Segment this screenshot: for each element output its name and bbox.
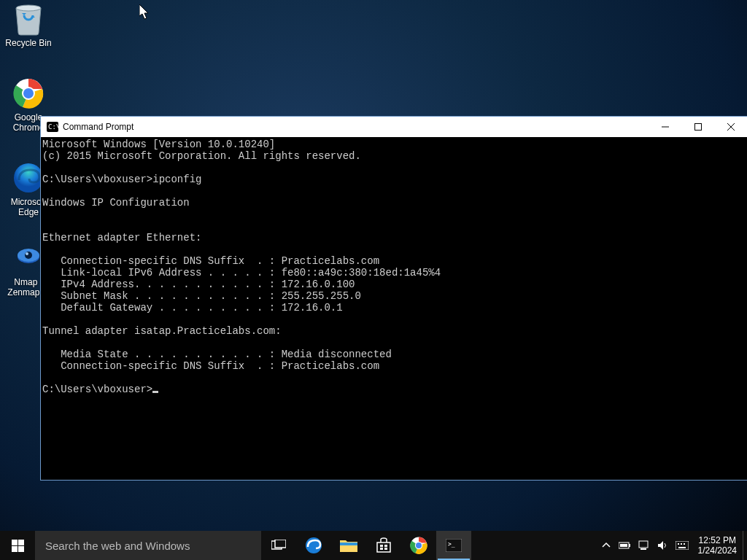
svg-point-8 <box>26 252 28 255</box>
svg-rect-18 <box>275 540 286 548</box>
svg-rect-33 <box>639 541 648 548</box>
cmd-icon: C:\ <box>47 122 58 132</box>
taskbar-spacer <box>471 531 596 560</box>
taskbar-search[interactable]: Search the web and Windows <box>35 531 261 560</box>
desktop-icon-label: Recycle Bin <box>0 38 57 48</box>
svg-rect-16 <box>18 546 24 552</box>
task-view-button[interactable] <box>261 531 296 560</box>
svg-rect-24 <box>384 548 387 550</box>
show-desktop-button[interactable] <box>743 531 747 560</box>
command-prompt-window[interactable]: C:\ Command Prompt Microsoft Windows [Ve… <box>41 117 747 480</box>
terminal-cursor <box>152 391 158 393</box>
tray-network-icon[interactable] <box>637 538 651 553</box>
svg-text:>_: >_ <box>448 541 455 548</box>
windows-logo-icon <box>12 540 24 552</box>
chrome-taskbar-icon <box>410 537 427 554</box>
cmd-taskbar-icon: >_ <box>446 539 462 552</box>
tray-chevron-icon[interactable] <box>599 538 614 553</box>
svg-point-0 <box>16 5 41 11</box>
system-tray[interactable] <box>596 531 692 560</box>
task-view-icon <box>271 540 286 551</box>
taskbar-item-edge[interactable] <box>296 531 331 560</box>
mouse-cursor-icon <box>139 4 151 20</box>
svg-point-3 <box>23 88 34 98</box>
svg-rect-38 <box>684 543 685 545</box>
window-titlebar[interactable]: C:\ Command Prompt <box>41 117 747 137</box>
terminal-output[interactable]: Microsoft Windows [Version 10.0.10240] (… <box>41 137 747 480</box>
svg-point-7 <box>25 252 32 259</box>
store-icon <box>376 537 392 553</box>
taskbar-item-explorer[interactable] <box>331 531 366 560</box>
close-button[interactable] <box>714 117 747 137</box>
start-button[interactable] <box>0 531 35 560</box>
svg-rect-20 <box>340 542 357 545</box>
svg-rect-36 <box>678 543 679 545</box>
tray-volume-icon[interactable] <box>656 538 670 553</box>
svg-rect-37 <box>681 543 682 545</box>
edge-taskbar-icon <box>305 537 322 554</box>
clock-date: 1/24/2024 <box>698 545 737 556</box>
minimize-button[interactable] <box>649 117 681 137</box>
clock-time: 12:52 PM <box>698 535 737 545</box>
taskbar-clock[interactable]: 12:52 PM 1/24/2024 <box>692 531 743 560</box>
file-explorer-icon <box>340 538 357 553</box>
svg-rect-32 <box>629 544 630 547</box>
svg-rect-14 <box>18 540 24 545</box>
chrome-icon <box>11 76 46 111</box>
search-placeholder: Search the web and Windows <box>45 540 190 552</box>
svg-rect-39 <box>678 547 686 548</box>
svg-point-27 <box>416 542 422 548</box>
taskbar-item-cmd[interactable]: >_ <box>436 531 471 560</box>
maximize-button[interactable] <box>681 117 714 137</box>
recycle-bin-icon <box>11 1 46 36</box>
svg-rect-31 <box>620 544 627 547</box>
taskbar-item-chrome[interactable] <box>401 531 436 560</box>
svg-rect-15 <box>12 546 18 552</box>
svg-rect-10 <box>694 124 701 131</box>
taskbar: Search the web and Windows <box>0 531 747 560</box>
svg-rect-34 <box>640 548 646 550</box>
tray-battery-icon[interactable] <box>618 538 632 553</box>
svg-rect-21 <box>380 545 383 547</box>
tray-keyboard-icon[interactable] <box>675 538 689 553</box>
terminal-text: Microsoft Windows [Version 10.0.10240] (… <box>42 139 441 395</box>
svg-rect-35 <box>676 541 689 550</box>
window-title: Command Prompt <box>63 122 649 132</box>
svg-rect-22 <box>384 545 387 547</box>
taskbar-item-store[interactable] <box>366 531 401 560</box>
svg-rect-13 <box>12 540 18 545</box>
desktop-icon-recycle-bin[interactable]: Recycle Bin <box>0 1 57 48</box>
svg-rect-23 <box>380 548 383 550</box>
